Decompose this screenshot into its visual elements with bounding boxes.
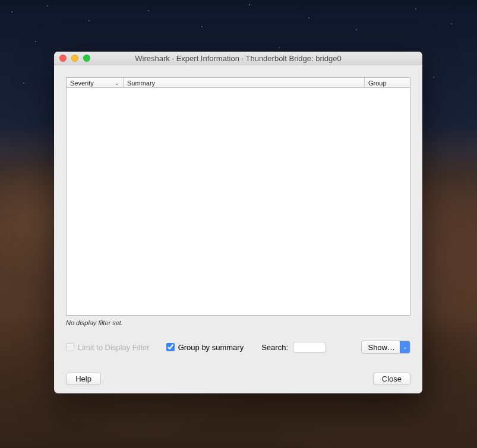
display-filter-status: No display filter set. — [66, 319, 410, 326]
controls-row: Limit to Display Filter Group by summary… — [66, 341, 410, 354]
zoom-window-button[interactable] — [83, 55, 90, 62]
limit-checkbox-label: Limit to Display Filter — [78, 343, 150, 352]
close-window-button[interactable] — [59, 55, 67, 62]
column-label: Severity — [70, 80, 94, 87]
footer-buttons: Help Close — [66, 373, 410, 385]
expert-info-table[interactable]: Severity ⌄ Summary Group — [66, 77, 410, 316]
window-titlebar[interactable]: Wireshark · Expert Information · Thunder… — [54, 52, 422, 65]
limit-checkbox-input[interactable] — [66, 343, 74, 351]
column-label: Group — [368, 80, 387, 87]
close-button[interactable]: Close — [373, 373, 410, 385]
limit-to-display-filter-checkbox[interactable]: Limit to Display Filter — [66, 343, 150, 352]
table-header-row: Severity ⌄ Summary Group — [67, 78, 410, 88]
column-label: Summary — [127, 80, 155, 87]
column-header-severity[interactable]: Severity ⌄ — [67, 78, 124, 87]
minimize-window-button[interactable] — [71, 55, 78, 62]
search-input[interactable] — [293, 342, 326, 352]
search-label: Search: — [261, 343, 288, 352]
help-button[interactable]: Help — [66, 373, 101, 385]
table-body-empty — [67, 88, 410, 315]
group-checkbox-input[interactable] — [166, 343, 175, 351]
button-label: Close — [382, 374, 402, 383]
window-title: Wireshark · Expert Information · Thunder… — [54, 54, 422, 63]
button-label: Help — [75, 374, 91, 383]
traffic-lights — [54, 55, 90, 62]
show-dropdown-label: Show… — [362, 341, 400, 353]
chevron-down-icon: ⌄ — [400, 341, 410, 353]
column-header-group[interactable]: Group — [365, 78, 410, 87]
expert-information-window: Wireshark · Expert Information · Thunder… — [54, 52, 422, 393]
chevron-down-icon: ⌄ — [115, 80, 119, 86]
group-checkbox-label: Group by summary — [178, 343, 244, 352]
window-content: Severity ⌄ Summary Group No display filt… — [54, 65, 422, 393]
show-dropdown[interactable]: Show… ⌄ — [361, 341, 410, 354]
search-group: Search: — [261, 342, 326, 352]
group-by-summary-checkbox[interactable]: Group by summary — [166, 343, 244, 352]
column-header-summary[interactable]: Summary — [124, 78, 365, 87]
